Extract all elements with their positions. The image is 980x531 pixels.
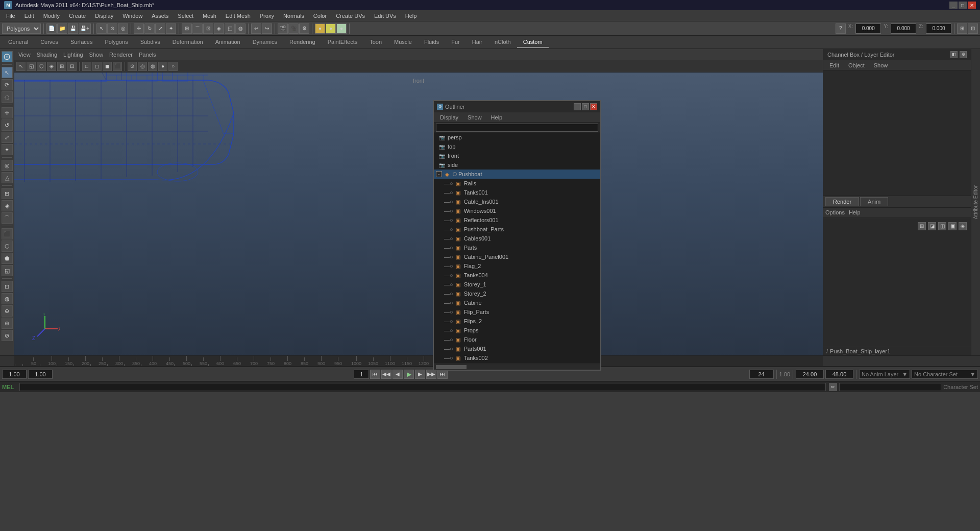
- custom-5-button[interactable]: ⊘: [2, 330, 13, 341]
- mel-input-field[interactable]: [19, 383, 826, 391]
- save-file-button[interactable]: 💾: [68, 23, 78, 34]
- outliner-item-flips2[interactable]: —○ ▣ Flips_2: [434, 317, 600, 326]
- next-frame-button[interactable]: ▶: [415, 370, 425, 379]
- open-file-button[interactable]: 📁: [57, 23, 67, 34]
- outliner-title-bar[interactable]: ⊙ Outliner _ □ ✕: [434, 101, 600, 112]
- vit-btn-2[interactable]: ◱: [27, 62, 36, 71]
- paint-select-tool-button[interactable]: ◌: [2, 91, 13, 103]
- outliner-item-side[interactable]: 📷 side: [434, 160, 600, 170]
- tab-painteffects[interactable]: PaintEffects: [322, 37, 364, 48]
- scale-button[interactable]: ⤢: [155, 23, 165, 34]
- snap-curve-button[interactable]: ⌒: [192, 23, 203, 34]
- outliner-item-cable-ins001[interactable]: —○ ▣ Cable_Ins001: [434, 197, 600, 206]
- menu-edit-mesh[interactable]: Edit Mesh: [222, 12, 255, 20]
- frame-step-field[interactable]: [354, 370, 369, 379]
- custom-2-button[interactable]: ◍: [2, 293, 13, 304]
- outliner-item-flip-parts[interactable]: —○ ▣ Flip_Parts: [434, 307, 600, 317]
- play-button[interactable]: ▶: [404, 370, 414, 379]
- rotate-button[interactable]: ↻: [144, 23, 155, 34]
- character-set-dropdown[interactable]: No Character Set ▼: [912, 370, 978, 379]
- icon-btn-1[interactable]: ⊞: [957, 23, 967, 34]
- vit-btn-3[interactable]: ⬡: [37, 62, 46, 71]
- vit-btn-1[interactable]: ↖: [16, 62, 26, 71]
- outliner-item-persp[interactable]: 📷 persp: [434, 133, 600, 142]
- vit-btn-11[interactable]: ⊙: [128, 62, 137, 71]
- light-editor-button[interactable]: ●: [315, 23, 325, 34]
- rc-icon-1[interactable]: ⊞: [918, 222, 926, 230]
- light-2-button[interactable]: ●: [326, 23, 336, 34]
- lattice-button[interactable]: ⊞: [2, 188, 13, 199]
- render-current-button[interactable]: 🎬: [278, 23, 288, 34]
- outliner-item-floor[interactable]: —○ ▣ Floor: [434, 335, 600, 344]
- tab-ncloth[interactable]: nCloth: [488, 37, 517, 48]
- rc-icon-2[interactable]: ◪: [928, 222, 936, 230]
- tab-animation[interactable]: Animation: [209, 37, 247, 48]
- menu-create[interactable]: Create: [65, 12, 90, 20]
- tab-muscle[interactable]: Muscle: [388, 37, 418, 48]
- menu-modify[interactable]: Modify: [39, 12, 64, 20]
- icon-btn-2[interactable]: ⊡: [968, 23, 978, 34]
- coord-x-field[interactable]: 0.000: [855, 23, 881, 34]
- vit-btn-15[interactable]: ○: [168, 62, 178, 71]
- show-manip-tool-button[interactable]: ✦: [2, 144, 13, 155]
- outliner-item-tanks001[interactable]: —○ ▣ Tanks001: [434, 188, 600, 197]
- vit-btn-12[interactable]: ◎: [138, 62, 147, 71]
- snap-surface-button[interactable]: ◈: [214, 23, 224, 34]
- channel-box-show-menu[interactable]: Show: [870, 61, 892, 69]
- render-settings-button[interactable]: ⚙: [299, 23, 309, 34]
- create-poly-button[interactable]: ⬛: [2, 228, 13, 239]
- outliner-scrollbar-h[interactable]: [434, 364, 600, 370]
- custom-1-button[interactable]: ⊡: [2, 281, 13, 292]
- outliner-item-cabine-panel001[interactable]: —○ ▣ Cabine_Panel001: [434, 252, 600, 261]
- cluster-button[interactable]: ◈: [2, 200, 13, 211]
- maya-logo[interactable]: ⊙: [2, 51, 13, 62]
- mode-dropdown[interactable]: Polygons: [2, 23, 41, 34]
- timeline-ruler[interactable]: 5010015020025030035040045050055060065070…: [14, 356, 823, 366]
- channel-box-edit-menu[interactable]: Edit: [825, 61, 843, 69]
- prev-frame-button[interactable]: ◀: [393, 370, 403, 379]
- render-options-menu[interactable]: Options: [825, 209, 845, 215]
- menu-mesh[interactable]: Mesh: [199, 12, 220, 20]
- vit-btn-5[interactable]: ⊞: [57, 62, 66, 71]
- viewport[interactable]: View Shading Lighting Show Renderer Pane…: [14, 49, 823, 355]
- rotate-tool-button[interactable]: ↺: [2, 119, 13, 131]
- viewport-show-menu[interactable]: Show: [89, 52, 104, 58]
- current-frame-field[interactable]: [28, 370, 53, 379]
- menu-help[interactable]: Help: [401, 12, 421, 20]
- vit-btn-13[interactable]: ◍: [148, 62, 157, 71]
- outliner-item-tanks004[interactable]: —○ ▣ Tanks004: [434, 271, 600, 280]
- vit-btn-4[interactable]: ◈: [47, 62, 56, 71]
- render-help-menu[interactable]: Help: [849, 209, 861, 215]
- menu-display[interactable]: Display: [91, 12, 117, 20]
- menu-color[interactable]: Color: [309, 12, 331, 20]
- sculpt-button[interactable]: △: [2, 172, 13, 183]
- tab-fluids[interactable]: Fluids: [418, 37, 445, 48]
- select-button[interactable]: ↖: [96, 23, 107, 34]
- outliner-minimize-button[interactable]: _: [574, 103, 581, 110]
- outliner-item-windows001[interactable]: —○ ▣ Windows001: [434, 206, 600, 215]
- menu-create-uvs[interactable]: Create UVs: [332, 12, 369, 20]
- outliner-item-parts[interactable]: —○ ▣ Parts: [434, 243, 600, 252]
- tab-fur[interactable]: Fur: [445, 37, 466, 48]
- light-3-button[interactable]: ●: [336, 23, 347, 34]
- attribute-editor-tab[interactable]: Attribute Editor: [971, 49, 980, 355]
- create-poly-2-button[interactable]: ⬡: [2, 240, 13, 252]
- outliner-item-rails[interactable]: —○ ▣ Rails: [434, 179, 600, 188]
- outliner-display-menu[interactable]: Display: [436, 113, 462, 122]
- maximize-button[interactable]: □: [959, 2, 967, 9]
- tab-dynamics[interactable]: Dynamics: [247, 37, 283, 48]
- redo-button[interactable]: ↪: [262, 23, 272, 34]
- range-start-field[interactable]: [796, 370, 824, 379]
- viewport-renderer-menu[interactable]: Renderer: [109, 52, 133, 58]
- tab-general[interactable]: General: [2, 37, 34, 48]
- save-as-button[interactable]: 💾+: [79, 23, 91, 34]
- start-frame-field[interactable]: [2, 370, 27, 379]
- prev-key-button[interactable]: ◀◀: [381, 370, 391, 379]
- custom-4-button[interactable]: ⊗: [2, 318, 13, 329]
- outliner-item-reflectors001[interactable]: —○ ▣ Reflectors001: [434, 215, 600, 225]
- outliner-scroll-thumb-h[interactable]: [436, 365, 467, 369]
- outliner-restore-button[interactable]: □: [582, 103, 589, 110]
- goto-end-button[interactable]: ⏭: [437, 370, 448, 379]
- viewport-panels-menu[interactable]: Panels: [139, 52, 156, 58]
- render-tab[interactable]: Render: [825, 197, 859, 206]
